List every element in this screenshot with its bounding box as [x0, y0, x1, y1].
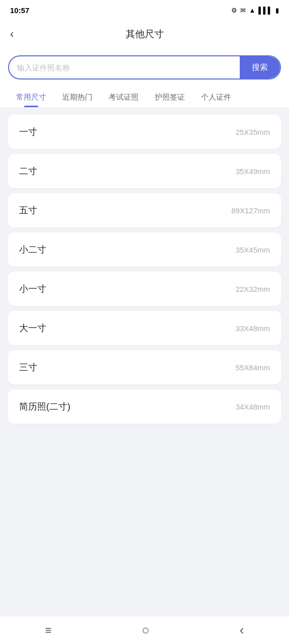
back-nav-icon[interactable]: ‹: [228, 617, 256, 643]
list-item[interactable]: 小二寸 35X45mm: [8, 232, 281, 267]
item-name: 二寸: [19, 165, 37, 177]
header: ‹ 其他尺寸: [0, 20, 289, 48]
search-container: 搜索: [8, 55, 281, 79]
tab-personal-id[interactable]: 个人证件: [193, 87, 239, 107]
menu-icon[interactable]: ≡: [33, 619, 64, 642]
list-item[interactable]: 一寸 25X35mm: [8, 115, 281, 149]
signal-icon: ▌▌▌: [258, 7, 272, 14]
tab-passport-visa[interactable]: 护照签证: [147, 87, 193, 107]
item-name: 小二寸: [19, 244, 46, 256]
item-name: 小一寸: [19, 283, 46, 295]
tab-recent-hot[interactable]: 近期热门: [54, 87, 101, 107]
home-icon[interactable]: ○: [130, 617, 162, 643]
list-item[interactable]: 三寸 55X84mm: [8, 350, 281, 384]
status-icons: ⚙ ✉ ▲ ▌▌▌ ▮: [231, 7, 279, 14]
list-item[interactable]: 大一寸 33X48mm: [8, 311, 281, 345]
battery-icon: ▮: [275, 7, 279, 14]
item-size: 89X127mm: [231, 206, 270, 215]
list-item[interactable]: 小一寸 22X32mm: [8, 272, 281, 306]
item-size: 25X35mm: [236, 128, 270, 136]
tab-exam-photo[interactable]: 考试证照: [101, 87, 147, 107]
list-item[interactable]: 五寸 89X127mm: [8, 193, 281, 227]
search-section: 搜索: [0, 48, 289, 87]
list-item[interactable]: 二寸 35X49mm: [8, 154, 281, 188]
tabs-container: 常用尺寸 近期热门 考试证照 护照签证 个人证件: [8, 87, 281, 107]
item-size: 34X48mm: [236, 403, 270, 411]
item-name: 简历照(二寸): [19, 400, 70, 413]
back-button[interactable]: ‹: [10, 28, 14, 41]
tabs-section: 常用尺寸 近期热门 考试证照 护照签证 个人证件: [0, 87, 289, 108]
wifi-icon: ▲: [249, 7, 255, 14]
tab-common-size[interactable]: 常用尺寸: [8, 87, 54, 107]
item-size: 33X48mm: [236, 324, 270, 333]
bottom-nav: ≡ ○ ‹: [0, 616, 289, 644]
list-section: 一寸 25X35mm 二寸 35X49mm 五寸 89X127mm 小二寸 35…: [0, 108, 289, 616]
message-icon: ✉: [240, 7, 246, 14]
item-size: 55X84mm: [236, 363, 270, 372]
search-button[interactable]: 搜索: [240, 56, 280, 78]
item-size: 35X49mm: [236, 167, 270, 176]
search-input[interactable]: [9, 63, 240, 72]
status-time: 10:57: [10, 6, 29, 15]
item-size: 35X45mm: [236, 246, 270, 254]
item-size: 22X32mm: [236, 285, 270, 293]
item-name: 三寸: [19, 361, 37, 373]
item-name: 一寸: [19, 126, 37, 138]
list-item[interactable]: 简历照(二寸) 34X48mm: [8, 389, 281, 424]
page-title: 其他尺寸: [126, 28, 164, 41]
item-name: 大一寸: [19, 322, 46, 334]
status-bar: 10:57 ⚙ ✉ ▲ ▌▌▌ ▮: [0, 0, 289, 20]
settings-icon: ⚙: [231, 7, 237, 14]
item-name: 五寸: [19, 204, 37, 216]
